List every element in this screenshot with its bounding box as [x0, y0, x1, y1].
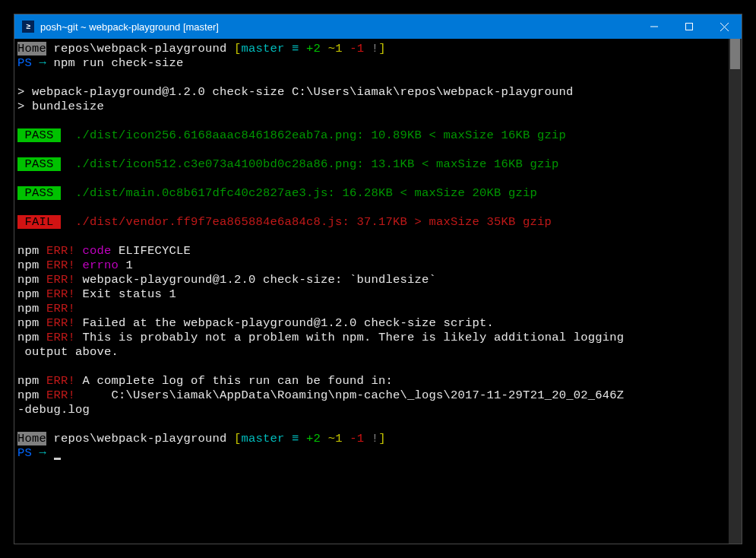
err-label: ERR! [40, 331, 76, 344]
err-errno-value: 1 [119, 258, 133, 272]
npm-label: npm [17, 244, 40, 258]
branch-deleted: -1 [350, 432, 372, 445]
window-controls [637, 14, 742, 39]
result-status: FAIL [17, 215, 61, 229]
err-script: webpack-playground@1.2.0 check-size: `bu… [75, 273, 436, 287]
result-text: ./dist/icon512.c3e073a4100bd0c28a86.png:… [61, 157, 559, 171]
npm-label: npm [17, 331, 40, 344]
terminal-window: ≥ posh~git ~ webpack-playground [master]… [14, 14, 742, 544]
scrollbar[interactable] [729, 39, 742, 544]
npm-label: npm [17, 273, 40, 287]
npm-label: npm [17, 316, 40, 330]
cursor [54, 458, 61, 460]
prompt-path: repos\webpack-playground [46, 42, 234, 55]
branch-name: master [242, 432, 285, 445]
scrollbar-thumb[interactable] [730, 39, 740, 69]
svg-rect-1 [686, 24, 693, 30]
err-log-header: A complete log of this run can be found … [75, 374, 393, 388]
branch-close: ] [378, 42, 386, 55]
branch-bang: ! [372, 432, 379, 445]
result-text: ./dist/icon256.6168aaac8461862eab7a.png:… [61, 128, 566, 142]
err-label: ERR! [40, 374, 76, 388]
result-status: PASS [17, 128, 61, 142]
terminal-content[interactable]: Home repos\webpack-playground [master ≡ … [14, 39, 729, 544]
branch-bang: ! [372, 42, 379, 55]
titlebar[interactable]: ≥ posh~git ~ webpack-playground [master] [14, 14, 742, 39]
npm-label: npm [17, 388, 40, 402]
branch-modified: ~1 [328, 42, 350, 55]
branch-added: +2 [306, 432, 328, 445]
err-code-label: code [75, 244, 112, 258]
prompt-path: repos\webpack-playground [46, 432, 234, 445]
err-label: ERR! [40, 316, 76, 330]
ps-prefix: PS [17, 56, 40, 70]
err-log-path-cont: -debug.log [17, 403, 90, 417]
branch-added: +2 [306, 42, 328, 55]
branch-deleted: -1 [350, 42, 372, 55]
ps-prefix: PS [17, 446, 40, 460]
branch-open: [ [234, 432, 242, 445]
run-header: > webpack-playground@1.2.0 check-size C:… [17, 85, 574, 99]
branch-modified: ~1 [328, 432, 350, 445]
powershell-icon: ≥ [22, 21, 34, 33]
err-log-path: C:\Users\iamak\AppData\Roaming\npm-cache… [75, 388, 624, 402]
err-code-value: ELIFECYCLE [112, 244, 191, 258]
ps-arrow: → [40, 56, 54, 70]
branch-open: [ [234, 42, 242, 55]
result-status: PASS [17, 186, 61, 200]
err-probably: This is probably not a problem with npm.… [75, 331, 624, 344]
err-exit: Exit status 1 [75, 287, 176, 301]
terminal-body: Home repos\webpack-playground [master ≡ … [14, 39, 742, 544]
result-text: ./dist/vendor.ff9f7ea865884e6a84c8.js: 3… [61, 215, 552, 229]
err-label: ERR! [40, 244, 76, 258]
window-title: posh~git ~ webpack-playground [master] [40, 21, 637, 33]
result-status: PASS [17, 157, 61, 171]
err-failed: Failed at the webpack-playground@1.2.0 c… [75, 316, 494, 330]
npm-label: npm [17, 287, 40, 301]
result-text: ./dist/main.0c8b617dfc40c2827ae3.js: 16.… [61, 186, 537, 200]
err-label: ERR! [40, 287, 76, 301]
minimize-button[interactable] [637, 14, 672, 39]
prompt-home: Home [17, 42, 46, 55]
err-errno-label: errno [75, 258, 119, 272]
branch-close: ] [378, 432, 386, 445]
run-command: > bundlesize [17, 100, 104, 113]
maximize-button[interactable] [672, 14, 707, 39]
err-label: ERR! [40, 302, 76, 315]
branch-equiv: ≡ [285, 42, 307, 55]
branch-equiv: ≡ [285, 432, 307, 445]
err-label: ERR! [40, 388, 76, 402]
npm-label: npm [17, 374, 40, 388]
command-text: npm run check-size [54, 56, 184, 70]
close-button[interactable] [707, 14, 742, 39]
branch-name: master [242, 42, 285, 55]
err-label: ERR! [40, 258, 76, 272]
prompt-home: Home [17, 432, 46, 445]
err-label: ERR! [40, 273, 76, 287]
npm-label: npm [17, 302, 40, 315]
npm-label: npm [17, 258, 40, 272]
err-output: output above. [17, 345, 119, 359]
ps-arrow: → [40, 446, 54, 460]
